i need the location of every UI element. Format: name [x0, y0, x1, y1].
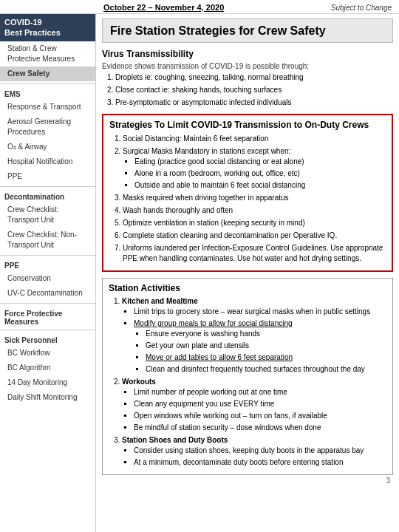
- sidebar-item-bc-algorithm[interactable]: BC Algorithm: [0, 361, 95, 375]
- strategy-item-3: Masks required when driving together in …: [123, 193, 386, 203]
- sidebar-item-crew-nontransport[interactable]: Crew Checklist: Non-Transport Unit: [0, 228, 95, 253]
- page-title: Fire Station Strategies for Crew Safety: [110, 24, 385, 38]
- virus-list: Droplets ie: coughing, sneezing, talking…: [102, 72, 393, 108]
- sidebar-category-decon: Decontamination: [0, 189, 95, 202]
- sidebar-divider-5: [0, 330, 95, 330]
- sidebar-category-force: Force Protective Measures: [0, 306, 95, 327]
- kitchen-sub-3: Move or add tables to allow 6 feet separ…: [146, 352, 386, 363]
- kitchen-item-1: Limit trips to grocery store – wear surg…: [134, 307, 386, 317]
- activity-kitchen: Kitchen and Mealtime Limit trips to groc…: [122, 296, 386, 375]
- sidebar-item-response-transport[interactable]: Response & Transport: [0, 100, 95, 115]
- sidebar-category-ems: EMS: [0, 86, 95, 100]
- strategy-item-7: Uniforms laundered per Infection-Exposur…: [123, 243, 386, 264]
- sidebar-item-daily-shift[interactable]: Daily Shift Monitoring: [0, 390, 95, 405]
- activity-workouts: Workouts Limit number of people working …: [122, 377, 386, 433]
- strategy-item-4: Wash hands thoroughly and often: [123, 205, 386, 216]
- strategy-2-sub-1: Eating (practice good social distancing …: [134, 157, 386, 167]
- strategy-item-6: Complete station cleaning and decontamin…: [123, 231, 386, 241]
- sidebar-category-sick: Sick Personnel: [0, 332, 95, 346]
- virus-title: Virus Transmissibility: [102, 49, 393, 59]
- virus-item-2: Close contact ie: shaking hands, touchin…: [115, 85, 393, 95]
- top-header: October 22 – November 4, 2020 Subject to…: [0, 0, 399, 14]
- sidebar-item-conservation[interactable]: Conservation: [0, 271, 95, 286]
- strategies-list: Social Distancing: Maintain 6 feet separ…: [109, 134, 386, 264]
- page-number: 3: [102, 475, 393, 486]
- activity-boots: Station Shoes and Duty Boots Consider us…: [122, 435, 386, 468]
- workout-item-2: Clean any equipment you use EVERY time: [134, 399, 386, 409]
- strategy-2-sublist: Eating (practice good social distancing …: [123, 157, 386, 191]
- virus-section: Virus Transmissibility Evidence shows tr…: [102, 49, 393, 108]
- kitchen-sub-4: Clean and disinfect frequently touched s…: [146, 364, 386, 375]
- strategy-2-sub-3: Outside and able to maintain 6 feet soci…: [134, 180, 386, 191]
- station-activities-title: Station Activities: [109, 283, 386, 293]
- workout-item-3: Open windows while working out – turn on…: [134, 411, 386, 421]
- sidebar-item-ppe-ems[interactable]: PPE: [0, 169, 95, 184]
- boots-item-2: At a minimum, decontaminate duty boots b…: [134, 457, 386, 468]
- strategy-2-sub-2: Alone in a room (bedroom, working out, o…: [134, 168, 386, 179]
- sidebar-item-crew-safety[interactable]: Crew Safety: [0, 66, 95, 81]
- sidebar-divider-2: [0, 186, 95, 187]
- sidebar-divider-3: [0, 255, 95, 256]
- subject-to-change: Subject to Change: [331, 4, 392, 12]
- strategies-title: Strategies To Limit COVID-19 Transmissio…: [109, 120, 386, 130]
- boots-item-1: Consider using station shoes, keeping du…: [134, 446, 386, 456]
- strategy-item-1: Social Distancing: Maintain 6 feet separ…: [123, 134, 386, 144]
- sidebar: COVID-19 Best Practices Station & Crew P…: [0, 14, 96, 532]
- sidebar-item-uvc[interactable]: UV-C Decontamination: [0, 286, 95, 301]
- sidebar-divider-4: [0, 303, 95, 304]
- sidebar-item-station-crew[interactable]: Station & Crew Protective Measures: [0, 41, 95, 66]
- strategies-box: Strategies To Limit COVID-19 Transmissio…: [102, 114, 393, 272]
- station-activities-box: Station Activities Kitchen and Mealtime …: [102, 278, 393, 475]
- main-layout: COVID-19 Best Practices Station & Crew P…: [0, 14, 399, 532]
- strategy-item-5: Optimize ventilation in station (keeping…: [123, 218, 386, 228]
- sidebar-divider-1: [0, 83, 95, 84]
- workout-item-1: Limit number of people working out at on…: [134, 387, 386, 398]
- kitchen-sub-2: Get your own plate and utensils: [146, 341, 386, 351]
- strategy-item-2: Surgical Masks Mandatory in stations exc…: [123, 146, 386, 191]
- boots-list: Consider using station shoes, keeping du…: [122, 446, 386, 468]
- kitchen-item-2: Modify group meals to allow for social d…: [134, 318, 386, 375]
- date-range: October 22 – November 4, 2020: [103, 3, 224, 12]
- virus-item-1: Droplets ie: coughing, sneezing, talking…: [115, 72, 393, 83]
- sidebar-item-hospital[interactable]: Hospital Notification: [0, 154, 95, 169]
- sidebar-category-ppe: PPE: [0, 258, 95, 271]
- virus-item-3: Pre-symptomatic or asymptomatic infected…: [115, 98, 393, 108]
- workout-item-4: Be mindful of station security – dose wi…: [134, 423, 386, 433]
- sidebar-item-aerosol[interactable]: Aerosol Generating Procedures: [0, 115, 95, 140]
- kitchen-sub-1: Ensure everyone is washing hands: [146, 329, 386, 339]
- kitchen-list: Limit trips to grocery store – wear surg…: [122, 307, 386, 375]
- page-title-block: Fire Station Strategies for Crew Safety: [102, 18, 393, 43]
- sidebar-item-o2-airway[interactable]: O₂ & Airway: [0, 140, 95, 154]
- sidebar-item-bc-workflow[interactable]: BC Workflow: [0, 346, 95, 361]
- kitchen-sub-list: Ensure everyone is washing hands Get you…: [134, 329, 386, 375]
- sidebar-item-14day[interactable]: 14 Day Monitoring: [0, 375, 95, 390]
- station-activities-list: Kitchen and Mealtime Limit trips to groc…: [109, 296, 386, 468]
- sidebar-item-crew-transport[interactable]: Crew Checklist: Transport Unit: [0, 202, 95, 228]
- main-content: Fire Station Strategies for Crew Safety …: [96, 14, 399, 532]
- sidebar-header-covid: COVID-19 Best Practices: [0, 14, 95, 41]
- workouts-list: Limit number of people working out at on…: [122, 387, 386, 433]
- virus-subtitle: Evidence shows transmission of COVID-19 …: [102, 62, 393, 70]
